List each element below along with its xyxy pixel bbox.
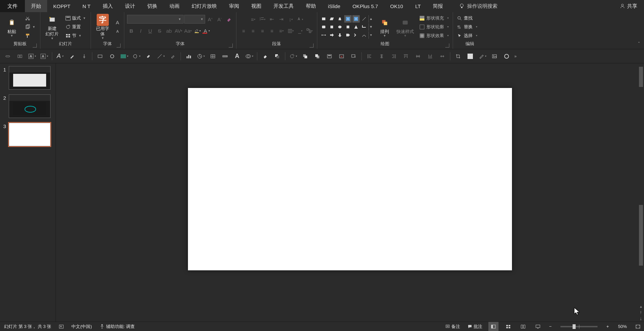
tab-animations[interactable]: 动画 — [163, 0, 186, 12]
font-name-combo[interactable]: ▼ — [127, 15, 184, 24]
qat-btn-brush[interactable] — [168, 52, 177, 61]
tab-okplus[interactable]: OKPlus 5.7 — [346, 0, 384, 12]
shapes-scroll-expand[interactable]: ▾ — [368, 31, 373, 39]
qat-btn-alignmid[interactable] — [414, 52, 422, 61]
italic-button[interactable]: I — [136, 26, 145, 35]
font-larger-mini[interactable]: A — [114, 19, 121, 27]
select-button[interactable]: 选择▾ — [456, 32, 479, 40]
highlight-button[interactable]: ▾ — [193, 26, 202, 35]
tab-devtools[interactable]: 开发工具 — [267, 0, 300, 12]
drawing-launcher[interactable] — [445, 43, 449, 48]
qat-btn-line[interactable] — [156, 52, 165, 61]
font-color-button[interactable]: A▾ — [202, 26, 211, 35]
status-spellcheck[interactable] — [57, 322, 65, 331]
qat-btn-alignbot[interactable] — [426, 52, 434, 61]
numbering-button[interactable]: 12▾ — [258, 15, 267, 24]
zoom-slider[interactable] — [560, 326, 598, 327]
font-size-combo[interactable]: ▼ — [184, 15, 205, 24]
distribute-button[interactable]: ≡▾ — [277, 26, 286, 35]
status-accessibility[interactable]: 辅助功能: 调查 — [98, 322, 136, 331]
qat-btn-ruler[interactable] — [221, 52, 229, 61]
shape-fill-button[interactable]: 形状填充▾ — [418, 14, 450, 22]
scrollbar-thumb-top[interactable] — [639, 67, 643, 87]
view-reading[interactable] — [518, 322, 528, 331]
qat-btn-alignleft[interactable] — [365, 52, 374, 61]
qat-btn-3[interactable]: A — [28, 52, 36, 61]
shapes-scroll-up[interactable]: ▲ — [368, 15, 373, 23]
tab-file[interactable]: 文件 — [0, 0, 25, 12]
shapes-gallery[interactable]: A A ▲ ▼ — [320, 15, 373, 39]
columns-button[interactable]: ▥▾ — [286, 26, 295, 35]
align-right-button[interactable]: ≡ — [258, 26, 267, 35]
zoom-out[interactable]: − — [548, 324, 553, 329]
view-sorter[interactable] — [503, 322, 513, 331]
font-smaller-mini[interactable]: A — [114, 27, 121, 35]
qat-btn-rect[interactable] — [96, 52, 104, 61]
qat-btn-eraser[interactable] — [261, 52, 269, 61]
status-slide-info[interactable]: 幻灯片 第 3 张， 共 3 张 — [3, 322, 53, 331]
line-spacing-button[interactable]: ↕▾ — [286, 15, 295, 24]
slide-canvas[interactable] — [188, 88, 512, 270]
zoom-slider-handle[interactable] — [573, 324, 576, 329]
qat-btn-ring[interactable] — [502, 52, 511, 61]
qat-btn-table[interactable] — [208, 52, 217, 61]
thumb-1[interactable] — [9, 66, 51, 90]
bullets-button[interactable]: ≡▾ — [249, 15, 257, 24]
scroll-up-btn[interactable]: ▲ — [638, 303, 644, 309]
char-spacing-button[interactable]: AV▾ — [174, 26, 183, 35]
status-language[interactable]: 中文(中国) — [70, 322, 93, 331]
qat-btn-rotate[interactable] — [289, 52, 297, 61]
qat-btn-disth[interactable] — [438, 52, 447, 61]
shrink-font-button[interactable]: Aˇ — [215, 15, 224, 24]
slide-thumb-3[interactable]: 3 — [2, 123, 54, 146]
scroll-next-slide[interactable]: ⭳ — [638, 315, 644, 322]
qat-btn-slidecard[interactable] — [325, 52, 334, 61]
tab-transitions[interactable]: 切换 — [141, 0, 163, 12]
qat-btn-back[interactable] — [313, 52, 322, 61]
qat-btn-pie[interactable] — [196, 52, 205, 61]
underline-button[interactable]: U — [146, 26, 155, 35]
tab-insert[interactable]: 插入 — [97, 0, 119, 12]
find-button[interactable]: 查找 — [456, 14, 479, 22]
text-direction-button[interactable]: A▾ — [296, 15, 304, 24]
status-notes[interactable]: 备注 — [444, 322, 461, 331]
align-center-button[interactable]: ≡ — [249, 26, 257, 35]
qat-btn-4[interactable]: A — [40, 52, 49, 61]
align-text-button[interactable]: ⎯▾ — [296, 26, 304, 35]
shape-outline-button[interactable]: 形状轮廓▾ — [418, 23, 450, 31]
qat-btn-mask[interactable] — [273, 52, 282, 61]
layout-button[interactable]: 版式▼ — [63, 14, 88, 22]
qat-btn-delete[interactable] — [337, 52, 346, 61]
qat-btn-circle[interactable] — [108, 52, 117, 61]
indent-dec-button[interactable]: ⇤ — [267, 15, 276, 24]
qat-btn-pin[interactable] — [80, 52, 89, 61]
tab-lt[interactable]: LT — [409, 0, 427, 12]
grow-font-button[interactable]: A^ — [206, 15, 215, 24]
qat-btn-front[interactable] — [301, 52, 310, 61]
qat-btn-1[interactable] — [3, 52, 12, 61]
qat-btn-chart[interactable] — [184, 52, 193, 61]
qat-btn-wordart[interactable]: A — [233, 52, 242, 61]
align-justify-button[interactable]: ≡ — [267, 26, 276, 35]
scrollbar-thumb[interactable] — [639, 205, 643, 266]
thumb-3[interactable] — [9, 123, 51, 146]
qat-btn-highlight[interactable] — [144, 52, 153, 61]
qat-btn-extract[interactable] — [349, 52, 358, 61]
canvas-scrollbar[interactable]: ▲ ⭱ ⭳ — [638, 63, 644, 322]
format-painter-button[interactable] — [23, 32, 37, 40]
qat-btn-image[interactable] — [490, 52, 499, 61]
cut-button[interactable] — [23, 14, 37, 22]
qat-btn-font[interactable]: A — [56, 52, 64, 61]
slide-thumbnails-panel[interactable]: 1 2 3 — [0, 63, 56, 322]
clear-format-button[interactable] — [225, 15, 233, 24]
qat-btn-aligntop[interactable] — [401, 52, 410, 61]
tab-ok10[interactable]: OK10 — [384, 0, 409, 12]
tab-help[interactable]: 帮助 — [300, 0, 322, 12]
section-button[interactable]: 节▼ — [63, 32, 88, 40]
used-fonts-button[interactable]: 字 已用字 体 ▼ — [94, 14, 112, 40]
tab-slideshow[interactable]: 幻灯片放映 — [186, 0, 223, 12]
tab-design[interactable]: 设计 — [119, 0, 141, 12]
quickstyles-button[interactable]: 快速样式▼ — [396, 14, 414, 40]
smartart-button[interactable]: ▾ — [305, 26, 314, 35]
align-left-button[interactable]: ≡ — [239, 26, 248, 35]
